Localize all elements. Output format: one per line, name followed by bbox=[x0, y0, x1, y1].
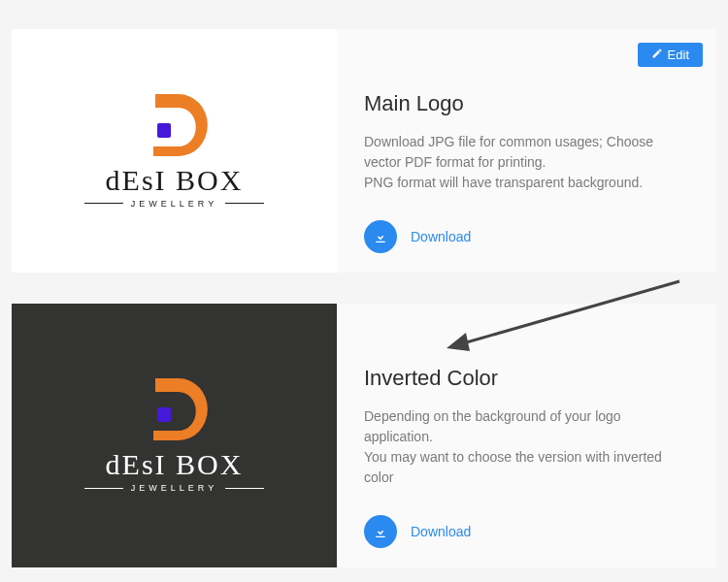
desc-line-2: You may want to choose the version with … bbox=[364, 449, 662, 485]
logo-tagline: JEWELLERY bbox=[131, 483, 217, 493]
pencil-icon bbox=[651, 48, 663, 62]
logo-info-panel: Edit Main Logo Download JPG file for com… bbox=[337, 29, 716, 273]
download-button[interactable]: Download bbox=[364, 515, 471, 548]
logo-graphic: dEsI BOX JEWELLERY bbox=[78, 378, 272, 493]
logo-tagline-row: JEWELLERY bbox=[78, 199, 272, 209]
logo-brand-name: dEsI BOX bbox=[78, 448, 272, 481]
download-icon bbox=[364, 515, 397, 548]
logo-card-main: dEsI BOX JEWELLERY Edit Main Logo Downlo… bbox=[12, 29, 716, 273]
edit-button[interactable]: Edit bbox=[638, 43, 703, 67]
logo-brand-name: dEsI BOX bbox=[78, 164, 272, 197]
svg-rect-0 bbox=[157, 123, 171, 138]
logo-d-mark bbox=[140, 378, 210, 442]
desc-line-1: Download JPG file for common usages; Cho… bbox=[364, 134, 653, 170]
logo-d-mark bbox=[140, 94, 210, 158]
edit-button-label: Edit bbox=[668, 48, 689, 62]
logo-graphic: dEsI BOX JEWELLERY bbox=[78, 94, 272, 209]
card-title: Main Logo bbox=[364, 91, 689, 116]
download-label: Download bbox=[411, 524, 471, 539]
download-label: Download bbox=[411, 229, 471, 244]
logo-tagline: JEWELLERY bbox=[131, 199, 217, 209]
svg-rect-1 bbox=[157, 407, 171, 422]
download-icon bbox=[364, 220, 397, 253]
tagline-line-right bbox=[225, 203, 264, 204]
logo-preview-panel: dEsI BOX JEWELLERY bbox=[12, 29, 337, 273]
logo-card-inverted: dEsI BOX JEWELLERY Inverted Color Depend… bbox=[12, 304, 716, 567]
card-title: Inverted Color bbox=[364, 366, 689, 391]
card-description: Download JPG file for common usages; Cho… bbox=[364, 132, 689, 193]
logo-tagline-row: JEWELLERY bbox=[78, 483, 272, 493]
tagline-line-right bbox=[225, 488, 264, 489]
logo-preview-panel: dEsI BOX JEWELLERY bbox=[12, 304, 337, 567]
tagline-line-left bbox=[84, 488, 123, 489]
desc-line-1: Depending on the background of your logo… bbox=[364, 408, 621, 444]
download-button[interactable]: Download bbox=[364, 220, 471, 253]
tagline-line-left bbox=[84, 203, 123, 204]
logo-info-panel: Inverted Color Depending on the backgrou… bbox=[337, 304, 716, 567]
desc-line-2: PNG format will have transparent backgro… bbox=[364, 175, 643, 190]
card-description: Depending on the background of your logo… bbox=[364, 406, 689, 488]
